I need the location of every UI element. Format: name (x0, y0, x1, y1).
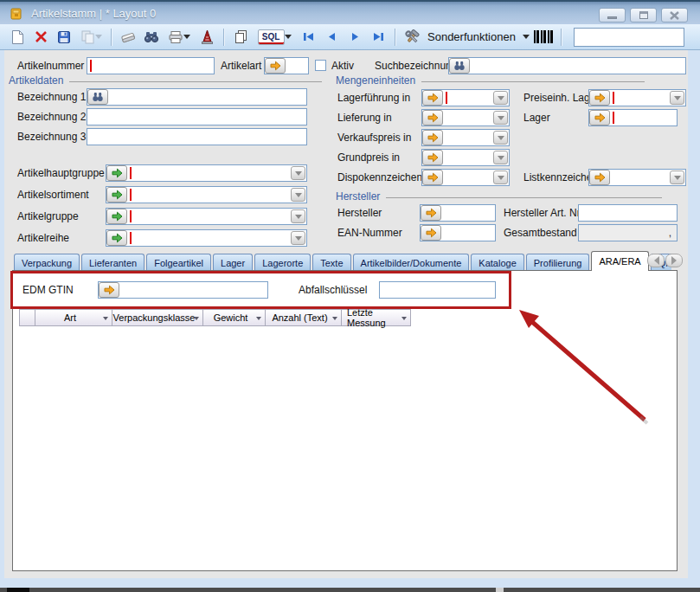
hersteller-art-nr-field[interactable] (578, 204, 678, 222)
artikelgruppe-combo[interactable] (106, 208, 307, 225)
bezeichnung1-field[interactable] (87, 88, 307, 106)
preiseinh-lager-dropdown-button[interactable] (670, 91, 684, 105)
column-filter-icon[interactable] (103, 317, 108, 323)
tab-kataloge[interactable]: Kataloge (471, 254, 523, 271)
sql-dropdown-caret[interactable] (285, 35, 292, 42)
title-bar[interactable]: Artikelstamm | * Layout 0 (0, 0, 700, 24)
sql-button[interactable]: SQL (254, 28, 294, 47)
tab-profilierung[interactable]: Profilierung (526, 254, 590, 271)
hersteller-field[interactable] (420, 204, 496, 222)
grundpreis-go-button[interactable] (422, 150, 443, 165)
artikelart-lookup-button[interactable] (265, 58, 286, 74)
lagerfuehrung-combo[interactable] (421, 89, 510, 106)
dispokennzeichen-dropdown-button[interactable] (493, 171, 508, 184)
artikelsortiment-combo[interactable] (106, 186, 307, 203)
tab-lagerorte[interactable]: Lagerorte (254, 254, 311, 271)
artikelnummer-field[interactable] (87, 57, 215, 74)
nav-first-button[interactable] (299, 28, 318, 47)
verkaufspreis-go-button[interactable] (422, 130, 443, 145)
artikelhauptgruppe-dropdown-button[interactable] (291, 166, 305, 180)
barcode-icon[interactable] (534, 30, 554, 43)
lieferung-go-button[interactable] (422, 110, 443, 125)
artikelreihe-combo[interactable] (106, 229, 307, 247)
bezeichnung1-search-button[interactable] (87, 89, 108, 105)
maximize-icon (639, 11, 648, 19)
aktiv-checkbox[interactable] (315, 60, 326, 71)
delete-button[interactable] (31, 28, 50, 47)
sonderfunktionen-label[interactable]: Sonderfunktionen (427, 30, 516, 43)
listkennzeichen-combo[interactable] (588, 169, 686, 186)
bezeichnung3-field[interactable] (87, 128, 307, 145)
preiseinh-lager-combo[interactable] (588, 89, 686, 106)
print-button[interactable] (165, 28, 193, 47)
verkaufspreis-combo[interactable] (421, 129, 510, 146)
suchbezeichnung-field[interactable] (448, 57, 686, 74)
tab-ara-era[interactable]: ARA/ERA (591, 251, 648, 271)
listkennzeichen-dropdown-button[interactable] (670, 171, 684, 184)
artikelhauptgruppe-combo[interactable] (106, 164, 307, 182)
artikelgruppe-dropdown-button[interactable] (291, 209, 305, 223)
tab-scroll-left-button[interactable] (647, 254, 665, 267)
grid-row-selector-header[interactable] (19, 309, 35, 326)
listkennzeichen-go-button[interactable] (589, 170, 610, 185)
print-dropdown-caret[interactable] (183, 35, 190, 42)
dispokennzeichen-go-button[interactable] (422, 170, 443, 185)
required-caret (130, 189, 132, 201)
grid-column-art[interactable]: Art (35, 309, 112, 326)
print-preview-button[interactable] (197, 28, 216, 47)
nav-previous-button[interactable] (322, 28, 341, 47)
grundpreis-combo[interactable] (421, 149, 510, 166)
section-rule (421, 81, 645, 82)
grid-column-verpackungsklasse[interactable]: Verpackungsklasse (112, 309, 203, 326)
grid-column-anzahl-text[interactable]: Anzahl (Text) (265, 309, 342, 326)
close-button[interactable] (661, 8, 688, 23)
column-filter-icon[interactable] (256, 317, 261, 323)
dispokennzeichen-combo[interactable] (421, 169, 510, 186)
search-button[interactable] (142, 28, 161, 47)
maximize-button[interactable] (630, 8, 657, 23)
bezeichnung2-field[interactable] (87, 108, 307, 125)
artikelart-field[interactable] (264, 57, 309, 74)
artikelsortiment-go-button[interactable] (106, 187, 127, 203)
column-filter-icon[interactable] (401, 317, 407, 323)
grid-column-gewicht[interactable]: Gewicht (202, 309, 266, 326)
new-button[interactable] (8, 28, 27, 47)
tab-folgeartikel[interactable]: Folgeartikel (146, 254, 211, 271)
lagerfuehrung-dropdown-button[interactable] (493, 91, 508, 105)
ean-go-button[interactable] (421, 225, 441, 241)
clear-button[interactable] (119, 28, 138, 47)
artikelsortiment-dropdown-button[interactable] (291, 188, 305, 202)
grid-column-letzte-messung[interactable]: Letzte Messung (341, 309, 411, 326)
pages-button[interactable] (231, 28, 250, 47)
lager-go-button[interactable] (589, 110, 610, 125)
tab-lieferanten[interactable]: Lieferanten (81, 254, 144, 271)
minimize-button[interactable] (599, 8, 626, 23)
artikelreihe-go-button[interactable] (106, 230, 127, 246)
nav-last-button[interactable] (369, 28, 388, 47)
lagerfuehrung-go-button[interactable] (422, 90, 443, 106)
lieferung-dropdown-button[interactable] (493, 111, 508, 125)
sonderfunktionen-dropdown-caret[interactable] (523, 35, 530, 42)
tab-verpackung[interactable]: Verpackung (14, 254, 80, 271)
artikelhauptgruppe-go-button[interactable] (106, 165, 127, 181)
hersteller-go-button[interactable] (421, 205, 441, 221)
tab-texte[interactable]: Texte (312, 254, 350, 271)
tab-lager[interactable]: Lager (213, 254, 253, 271)
lieferung-combo[interactable] (421, 109, 510, 126)
suchbezeichnung-search-button[interactable] (449, 58, 470, 74)
grundpreis-dropdown-button[interactable] (493, 151, 508, 164)
ean-nummer-field[interactable] (420, 224, 496, 241)
column-filter-icon[interactable] (332, 317, 337, 323)
artikelgruppe-go-button[interactable] (106, 209, 127, 224)
verkaufspreis-dropdown-button[interactable] (493, 131, 508, 145)
tab-scroll-right-button[interactable] (665, 254, 683, 267)
column-filter-icon[interactable] (194, 317, 199, 323)
tab-artikelbilder-dokumente[interactable]: Artikelbilder/Dokumente (353, 254, 470, 271)
special-functions-button[interactable] (402, 28, 421, 47)
toolbar-quick-search-input[interactable] (574, 28, 684, 47)
lager-field[interactable] (588, 109, 678, 126)
preiseinh-lager-go-button[interactable] (589, 90, 610, 106)
save-button[interactable] (55, 28, 74, 47)
artikelreihe-dropdown-button[interactable] (291, 231, 305, 245)
nav-next-button[interactable] (345, 28, 364, 47)
